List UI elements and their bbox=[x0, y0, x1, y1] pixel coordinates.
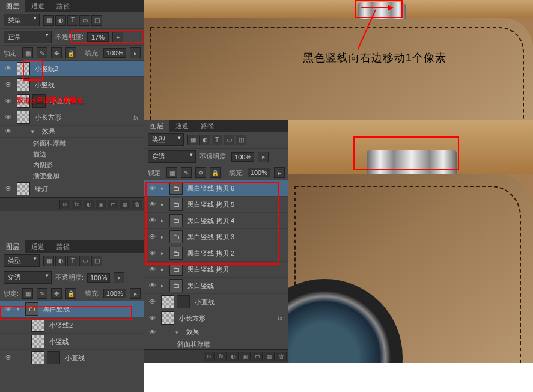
trash-icon[interactable]: 🗑 bbox=[276, 352, 287, 361]
effect-item[interactable]: 内阴影 bbox=[0, 159, 144, 170]
layer-thumb[interactable] bbox=[17, 182, 30, 195]
expand-icon[interactable]: ▾ bbox=[17, 306, 23, 312]
group-copy-row[interactable]: 👁▸🗀黑白竖线 拷贝 5 bbox=[144, 197, 288, 213]
blend-mode-dropdown[interactable]: 穿透 bbox=[148, 150, 196, 163]
blend-mode-dropdown[interactable]: 穿透 bbox=[4, 271, 52, 284]
layer-name[interactable]: 小竖线2 bbox=[32, 64, 142, 73]
tab-paths[interactable]: 路径 bbox=[195, 120, 220, 132]
layer-name[interactable]: 黑白竖线 拷贝 6 bbox=[185, 184, 286, 193]
tab-paths[interactable]: 路径 bbox=[50, 0, 76, 12]
lock-trans-icon[interactable]: ▦ bbox=[166, 167, 177, 178]
layer-name[interactable]: 黑白竖线 拷贝 bbox=[185, 265, 286, 274]
tab-channels[interactable]: 通道 bbox=[25, 240, 50, 253]
layer-row[interactable]: 👁 绿灯 bbox=[0, 181, 144, 197]
filter-pixel-icon[interactable]: ▦ bbox=[43, 256, 54, 266]
link-icon[interactable]: ⊖ bbox=[204, 352, 215, 361]
folder-icon[interactable]: 🗀 bbox=[252, 352, 263, 361]
visibility-icon[interactable]: 👁 bbox=[2, 97, 14, 105]
folder-icon[interactable]: 🗀 bbox=[169, 198, 183, 211]
group-row[interactable]: 👁▸🗀黑白竖线 bbox=[144, 278, 288, 294]
fill-stepper[interactable]: ▸ bbox=[274, 167, 285, 178]
visibility-icon[interactable]: 👁 bbox=[147, 233, 159, 241]
folder-icon[interactable]: 🗀 bbox=[169, 263, 183, 276]
filter-adjust-icon[interactable]: ◐ bbox=[55, 15, 66, 26]
fx-badge[interactable]: fx bbox=[133, 114, 142, 121]
effects-row[interactable]: 👁 ▾ 效果 bbox=[0, 126, 144, 138]
expand-icon[interactable]: ▸ bbox=[161, 218, 167, 224]
group-row[interactable]: 👁 ▾ 🗀 黑白竖线 bbox=[0, 301, 144, 317]
group-name[interactable]: 黑白竖线 bbox=[185, 281, 286, 290]
lock-trans-icon[interactable]: ▦ bbox=[22, 47, 33, 58]
layer-thumb[interactable] bbox=[31, 319, 44, 332]
visibility-icon[interactable]: 👁 bbox=[147, 184, 159, 192]
folder-icon[interactable]: 🗀 bbox=[108, 200, 118, 209]
filter-adjust-icon[interactable]: ◐ bbox=[55, 256, 66, 266]
opacity-stepper[interactable]: ▸ bbox=[114, 272, 124, 283]
visibility-icon[interactable]: 👁 bbox=[147, 265, 159, 274]
layer-name[interactable]: 黑白竖线 拷贝 3 bbox=[185, 233, 286, 242]
tab-channels[interactable]: 通道 bbox=[169, 120, 195, 132]
effect-item[interactable]: 渐变叠加 bbox=[0, 170, 144, 181]
layer-name[interactable]: 小竖线 bbox=[32, 81, 142, 90]
mask-thumb[interactable] bbox=[47, 351, 60, 364]
tab-paths[interactable]: 路径 bbox=[50, 240, 76, 253]
filter-shape-icon[interactable]: ▭ bbox=[224, 135, 234, 145]
adjustment-icon[interactable]: ▣ bbox=[240, 352, 251, 361]
mask-thumb[interactable] bbox=[177, 295, 190, 308]
layer-name[interactable]: 黑白竖线 拷贝 4 bbox=[185, 216, 286, 225]
lock-all-icon[interactable]: 🔒 bbox=[210, 167, 221, 178]
layer-thumb[interactable] bbox=[161, 311, 174, 325]
lock-paint-icon[interactable]: ✎ bbox=[37, 47, 47, 58]
lock-move-icon[interactable]: ✥ bbox=[51, 288, 62, 299]
visibility-icon[interactable]: 👁 bbox=[147, 249, 159, 257]
type-filter[interactable]: 类型 bbox=[4, 14, 40, 26]
visibility-icon[interactable]: 👁 bbox=[2, 81, 14, 89]
filter-pixel-icon[interactable]: ▦ bbox=[187, 135, 198, 145]
lock-all-icon[interactable]: 🔒 bbox=[65, 47, 76, 58]
layer-row[interactable]: 👁小直线 bbox=[144, 294, 288, 310]
group-copy-row[interactable]: 👁▸🗀黑白竖线 拷贝 2 bbox=[144, 245, 288, 262]
tab-layers[interactable]: 图层 bbox=[0, 0, 25, 12]
fx-icon[interactable]: fx bbox=[72, 200, 82, 209]
fill-value[interactable]: 100% bbox=[103, 289, 126, 298]
opacity-stepper[interactable]: ▸ bbox=[112, 32, 123, 43]
layer-row[interactable]: 👁 小直线 bbox=[0, 350, 144, 366]
layer-name[interactable]: 小竖线2 bbox=[47, 321, 142, 330]
group-copy-row[interactable]: 👁▸🗀黑白竖线 拷贝 4 bbox=[144, 213, 288, 229]
visibility-icon[interactable]: 👁 bbox=[2, 64, 14, 73]
opacity-value[interactable]: 17% bbox=[87, 32, 109, 42]
group-copy-row[interactable]: 👁▸🗀黑白竖线 拷贝 bbox=[144, 262, 288, 278]
type-filter[interactable]: 类型 bbox=[148, 133, 184, 146]
collapse-icon[interactable]: ▾ bbox=[175, 329, 181, 335]
folder-icon[interactable]: 🗀 bbox=[169, 279, 183, 292]
effect-item[interactable]: 斜面和浮雕 bbox=[144, 338, 288, 349]
filter-shape-icon[interactable]: ▭ bbox=[79, 256, 90, 266]
expand-icon[interactable]: ▸ bbox=[161, 283, 167, 289]
layer-name[interactable]: 小直线 bbox=[192, 298, 286, 307]
effect-item[interactable]: 描边 bbox=[0, 149, 144, 159]
visibility-icon[interactable]: 👁 bbox=[2, 305, 14, 313]
mask-icon[interactable]: ◐ bbox=[84, 200, 94, 209]
opacity-value[interactable]: 100% bbox=[231, 152, 254, 162]
expand-icon[interactable]: ▸ bbox=[161, 201, 167, 207]
filter-shape-icon[interactable]: ▭ bbox=[79, 15, 90, 26]
new-layer-icon[interactable]: ▦ bbox=[120, 200, 130, 209]
layer-name[interactable]: 黑白竖线 拷贝 2 bbox=[185, 249, 286, 258]
folder-icon[interactable]: 🗀 bbox=[169, 247, 183, 260]
tab-layers[interactable]: 图层 bbox=[144, 120, 169, 132]
fill-value[interactable]: 100% bbox=[103, 48, 126, 58]
trash-icon[interactable]: 🗑 bbox=[132, 200, 142, 209]
visibility-icon[interactable]: 👁 bbox=[147, 328, 159, 337]
visibility-icon[interactable]: 👁 bbox=[147, 298, 159, 306]
collapse-icon[interactable]: ▾ bbox=[31, 129, 37, 135]
layer-row[interactable]: 小竖线 bbox=[0, 334, 144, 350]
visibility-icon[interactable]: 👁 bbox=[147, 281, 159, 290]
visibility-icon[interactable]: 👁 bbox=[147, 314, 159, 322]
group-copy-row[interactable]: 👁▸🗀黑白竖线 拷贝 3 bbox=[144, 229, 288, 245]
fx-badge[interactable]: fx bbox=[278, 315, 286, 322]
layer-thumb[interactable] bbox=[17, 78, 30, 91]
tab-channels[interactable]: 通道 bbox=[25, 0, 50, 12]
expand-icon[interactable]: ▸ bbox=[161, 185, 167, 191]
mask-icon[interactable]: ◐ bbox=[228, 352, 239, 361]
layer-row[interactable]: 👁 小竖线 bbox=[0, 77, 144, 93]
